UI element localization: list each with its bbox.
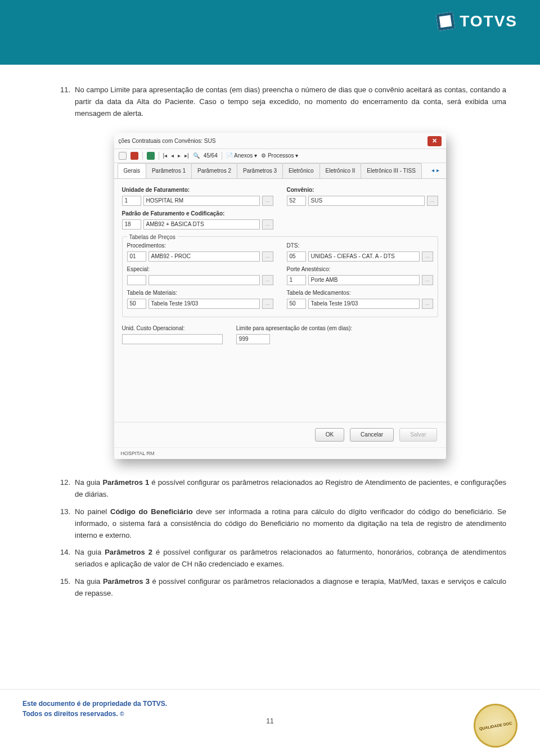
custo-input[interactable] [122, 334, 223, 344]
embedded-screenshot: ções Contratuais com Convênios: SUS ✕ |◂… [114, 133, 446, 459]
ok-button[interactable]: OK [315, 428, 344, 442]
quality-seal-icon: QUALIDADE DOC [470, 700, 521, 751]
footer-line1: Este documento é de propriedade da TOTVS… [22, 700, 518, 708]
window-title: ções Contratuais com Convênios: SUS [119, 137, 216, 146]
save-button[interactable]: Salvar [399, 428, 436, 442]
lookup-button[interactable]: … [427, 196, 438, 206]
footer-line2: Todos os direitos reservados. © [22, 710, 518, 718]
delete-icon[interactable] [130, 152, 138, 160]
header-band: TOTVS [0, 0, 540, 65]
tab-eletronico[interactable]: Eletrônico [282, 163, 320, 178]
new-icon[interactable] [119, 152, 127, 160]
tab-eletronico2[interactable]: Eletrônico II [320, 163, 362, 178]
tab-scroll-icons[interactable]: ◂▸ [431, 163, 443, 178]
padrao-code[interactable]: 18 [122, 219, 141, 230]
tab-param2[interactable]: Parâmetros 2 [191, 163, 237, 178]
label-padrao: Padrão de Faturamento e Codificação: [122, 209, 273, 218]
cancel-button[interactable]: Cancelar [350, 428, 394, 442]
label-unidade: Unidade de Faturamento: [122, 186, 273, 195]
dialog-buttons: OK Cancelar Salvar [114, 422, 446, 447]
next-icon[interactable]: ▸ [178, 151, 181, 160]
tab-param1[interactable]: Parâmetros 1 [146, 163, 192, 178]
toolbar: |◂ ◂ ▸ ▸| 🔍 45/64 📄 Anexos ▾ ⚙ Processos… [114, 149, 446, 163]
label-convenio: Convênio: [287, 186, 438, 195]
brand-logo: TOTVS [437, 12, 518, 30]
record-counter: 45/64 [204, 151, 218, 160]
limite-input[interactable]: 999 [236, 334, 270, 344]
window-titlebar: ções Contratuais com Convênios: SUS ✕ [114, 133, 446, 149]
menu-anexos[interactable]: 📄 Anexos ▾ [226, 151, 257, 160]
convenio-name[interactable]: SUS [308, 196, 425, 206]
first-icon[interactable]: |◂ [163, 151, 168, 160]
brand-name: TOTVS [460, 12, 518, 30]
tab-param3[interactable]: Parâmetros 3 [237, 163, 283, 178]
lookup-button[interactable]: … [262, 196, 273, 206]
list-item: 11. No campo Limite para apresentação de… [53, 84, 506, 119]
tabs-bar: Gerais Parâmetros 1 Parâmetros 2 Parâmet… [114, 163, 446, 179]
unidade-code[interactable]: 1 [122, 196, 141, 206]
totvs-cube-icon [436, 12, 455, 31]
close-icon[interactable]: ✕ [428, 136, 442, 146]
convenio-code[interactable]: 52 [287, 196, 306, 206]
last-icon[interactable]: ▸| [184, 151, 189, 160]
document-body: 11. No campo Limite para apresentação de… [0, 65, 540, 600]
menu-processos[interactable]: ⚙ Processos ▾ [261, 151, 298, 160]
form-area: Unidade de Faturamento: 1 HOSPITAL RM … … [114, 179, 446, 422]
group-tabelas-precos: Tabelas de Preços Procedimentos: 01 AMB9… [122, 236, 438, 317]
unidade-name[interactable]: HOSPITAL RM [143, 196, 260, 206]
tab-eletronico3[interactable]: Eletrônico III - TISS [361, 163, 422, 178]
prev-icon[interactable]: ◂ [171, 151, 174, 160]
padrao-name[interactable]: AMB92 + BASICA DTS [143, 219, 260, 230]
refresh-icon[interactable] [147, 152, 155, 160]
fragment-text: HOSPITAL RM [114, 447, 446, 459]
search-icon[interactable]: 🔍 [193, 151, 200, 160]
page-footer: Este documento é de propriedade da TOTVS… [0, 689, 540, 756]
lookup-button[interactable]: … [262, 219, 273, 230]
tab-gerais[interactable]: Gerais [118, 163, 146, 178]
